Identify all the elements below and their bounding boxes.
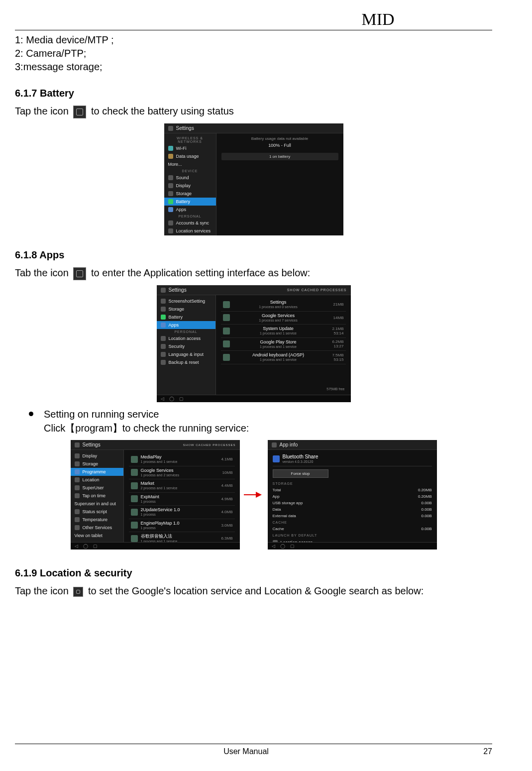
app-icon xyxy=(131,495,138,502)
app-row[interactable]: Market2 process and 1 service4.4MB xyxy=(129,479,235,493)
sidebar-item[interactable]: View on tablet xyxy=(71,532,123,540)
apps-shot-titlebar: Settings SHOW CACHED PROCESSES xyxy=(157,285,351,295)
back-icon[interactable]: ◁ xyxy=(161,396,164,401)
sidebar-item-more[interactable]: More... xyxy=(164,160,216,168)
stat-row: External data0.00B xyxy=(273,513,432,519)
heading-618: 6.1.8 Apps xyxy=(15,249,492,261)
sidebar-item-storage2[interactable]: Storage xyxy=(157,305,215,313)
sidebar-item[interactable]: Superuser in and out xyxy=(71,500,123,508)
app-icon xyxy=(131,456,138,463)
display-icon xyxy=(168,183,173,188)
sidebar-item-screenshot[interactable]: ScreenshotSetting xyxy=(157,297,215,305)
app-icon xyxy=(223,340,230,347)
sidebar-item-apps2[interactable]: Apps xyxy=(157,321,215,329)
recent-icon[interactable]: ▢ xyxy=(93,544,98,549)
battery-row[interactable]: 1 on battery xyxy=(221,153,338,160)
running-titlebar: Settings SHOW CACHED PROCESSES xyxy=(71,440,240,450)
gear-icon xyxy=(75,442,80,447)
screenshot-battery: Settings WIRELESS & NETWORKS Wi-Fi Data … xyxy=(164,123,343,235)
app-row[interactable]: System Update1 process and 1 service2.1M… xyxy=(221,325,346,338)
app-row[interactable]: Google Services1 process and 7 services1… xyxy=(221,312,346,325)
app-row[interactable]: Settings1 process and 0 services21MB xyxy=(221,298,346,312)
su-icon xyxy=(75,485,80,490)
screenshot-appinfo: App info Bluetooth Share version 4.0.3-2… xyxy=(268,440,437,550)
sidebar-item[interactable]: SuperUser xyxy=(71,484,123,492)
sidebar-item-data[interactable]: Data usage xyxy=(164,152,216,160)
sidebar-item-apps[interactable]: Apps xyxy=(164,206,216,214)
running-pane: MediaPlay1 process and 1 service4.1MB Go… xyxy=(124,450,240,542)
sidebar-item-wifi[interactable]: Wi-Fi xyxy=(164,144,216,152)
running-show-cached[interactable]: SHOW CACHED PROCESSES xyxy=(183,443,236,446)
android-navbar: ◁ ◯ ▢ xyxy=(268,542,437,550)
stat-row: Total0.20MB xyxy=(273,487,432,493)
sidebar-item-security[interactable]: Security xyxy=(164,235,216,235)
script-icon xyxy=(75,509,80,514)
para-617-b: to check the battery using status xyxy=(91,106,234,116)
para-617-a: Tap the icon xyxy=(15,106,69,116)
sidebar-item-lang2[interactable]: Language & input xyxy=(157,350,215,358)
sidebar-item[interactable]: Location xyxy=(71,476,123,484)
stat-row: USB storage app0.00B xyxy=(273,500,432,506)
sidebar-item-battery2[interactable]: Battery xyxy=(157,313,215,321)
shield-icon xyxy=(161,344,166,349)
stat-row: Cache0.00B xyxy=(273,526,432,532)
para-619-b: to set the Google's location service and… xyxy=(88,585,424,596)
para-619-a: Tap the icon xyxy=(15,585,69,596)
backup-icon xyxy=(161,360,166,365)
sidebar-item[interactable]: Display xyxy=(71,452,123,460)
app-row[interactable]: ExpMaint1 process4.9MB xyxy=(129,493,235,506)
app-row[interactable]: Android keyboard (AOSP)1 process and 1 s… xyxy=(221,351,346,364)
recent-icon[interactable]: ▢ xyxy=(179,396,184,401)
screenshot-running: Settings SHOW CACHED PROCESSES Display S… xyxy=(71,440,240,550)
footer-label: User Manual xyxy=(15,747,477,756)
home-icon[interactable]: ◯ xyxy=(169,396,174,401)
sidebar-item-storage[interactable]: Storage xyxy=(164,190,216,198)
gear-icon xyxy=(168,126,173,131)
app-row[interactable]: Google Services1 process and 2 services1… xyxy=(129,466,235,480)
sidebar-item-backup2[interactable]: Backup & reset xyxy=(157,358,215,366)
force-stop-button[interactable]: Force stop xyxy=(273,469,328,478)
sidebar-item-programme[interactable]: Programme xyxy=(71,468,123,476)
doc-title: MID xyxy=(15,10,492,29)
sidebar-item[interactable]: Storage xyxy=(71,460,123,468)
app-row[interactable]: EnginePlayMap 1.01 process3.0MB xyxy=(129,519,235,533)
sidebar-item[interactable]: Status script xyxy=(71,508,123,516)
app-row[interactable]: MediaPlay1 process and 1 service4.1MB xyxy=(129,453,235,466)
side-head-device: DEVICE xyxy=(164,168,216,174)
android-navbar: ◁ ◯ ▢ xyxy=(157,395,351,402)
bluetooth-icon xyxy=(273,455,280,462)
battery-icon xyxy=(161,315,166,320)
sidebar-item-battery[interactable]: Battery xyxy=(164,198,216,206)
back-icon[interactable]: ◁ xyxy=(272,544,275,549)
para-618-a: Tab the icon xyxy=(15,267,69,278)
recent-icon[interactable]: ▢ xyxy=(290,544,295,549)
para-617: Tap the icon to check the battery using … xyxy=(15,104,492,118)
sidebar-item-display[interactable]: Display xyxy=(164,182,216,190)
language-icon xyxy=(161,352,166,357)
home-icon[interactable]: ◯ xyxy=(83,544,88,549)
running-sidebar: Display Storage Programme Location Super… xyxy=(71,450,124,542)
footer-rule xyxy=(15,744,492,744)
location-icon-inline xyxy=(73,587,83,597)
app-row[interactable]: Google Play Store1 process and 1 service… xyxy=(221,338,346,351)
appinfo-pane: Bluetooth Share version 4.0.3-20120 Forc… xyxy=(268,450,437,542)
apps-show-cached[interactable]: SHOW CACHED PROCESSES xyxy=(287,288,347,292)
side-head-wireless: WIRELESS & NETWORKS xyxy=(164,135,216,144)
bullet-running-service: Setting on running service xyxy=(29,407,492,421)
app-icon xyxy=(131,535,138,542)
sidebar-item[interactable]: Other Services xyxy=(71,524,123,532)
battery-sidebar: WIRELESS & NETWORKS Wi-Fi Data usage Mor… xyxy=(164,133,216,235)
sidebar-item-location[interactable]: Location services xyxy=(164,227,216,235)
header-rule xyxy=(15,30,492,30)
sidebar-item-loc2[interactable]: Location access xyxy=(157,334,215,342)
apps-icon xyxy=(168,207,173,212)
sidebar-item[interactable]: Tap on time xyxy=(71,492,123,500)
home-icon[interactable]: ◯ xyxy=(280,544,285,549)
sidebar-item-accounts[interactable]: Accounts & sync xyxy=(164,219,216,227)
sidebar-item-sec2[interactable]: Security xyxy=(157,342,215,350)
sidebar-item[interactable]: Temperature xyxy=(71,516,123,524)
app-row[interactable]: 2UpdateService 1.01 process4.0MB xyxy=(129,506,235,519)
back-icon[interactable]: ◁ xyxy=(75,544,78,549)
sidebar-item-sound[interactable]: Sound xyxy=(164,174,216,182)
side-head-personal: PERSONAL xyxy=(164,214,216,219)
